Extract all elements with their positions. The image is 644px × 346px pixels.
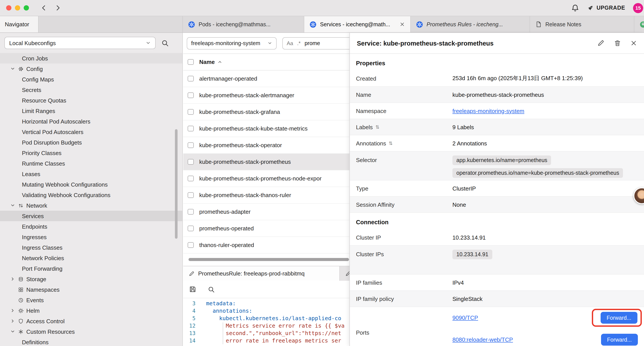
regex-toggle[interactable]: .* [297,40,300,46]
line-number: 12 [183,323,201,329]
editor-tab-prometheusrule[interactable]: PrometheusRule: freeleaps-prod-rabbitmq [183,266,340,281]
sidebar-item-events[interactable]: Events [0,295,182,305]
namespaces-icon [18,287,24,292]
window-minimize-button[interactable] [15,5,20,10]
tab-services-icecheng-math[interactable]: Services - icecheng@math... [304,16,411,32]
forward-button[interactable]: Forward... [601,334,638,346]
sidebar-item-endpoints[interactable]: Endpoints [0,221,182,232]
sidebar-item-port-forwarding[interactable]: Port Forwarding [0,263,182,274]
upgrade-button[interactable]: UPGRADE [587,4,625,11]
detail-row-ip-families: IP familiesIPv4 [350,275,644,291]
row-checkbox[interactable] [188,192,194,198]
sidebar-item-mutating-webhook-configurations[interactable]: Mutating Webhook Configurations [0,179,182,190]
sidebar-item-network-policies[interactable]: Network Policies [0,253,182,263]
rocket-icon [587,4,594,11]
navigator-sidebar: Local Kubeconfigs Cron JobsConfigConfig … [0,33,183,346]
row-checkbox[interactable] [188,209,194,215]
service-detail-panel: Service: kube-prometheus-stack-prometheu… [350,33,644,346]
sidebar-item-ingresses[interactable]: Ingresses [0,232,182,242]
sidebar-scrollbar[interactable] [175,129,178,239]
chevron-down-icon[interactable] [10,66,15,71]
row-checkbox[interactable] [188,109,194,115]
chevron-right-icon[interactable] [10,277,15,281]
sidebar-item-runtime-classes[interactable]: Runtime Classes [0,158,182,169]
port-link[interactable]: 8080:reloader-web/TCP [452,336,513,343]
row-checkbox[interactable] [188,142,194,148]
sidebar-item-secrets[interactable]: Secrets [0,84,182,95]
detail-row-cluster-ips: Cluster IPs10.233.14.91 [350,246,644,275]
gear-icon [18,66,24,72]
sidebar-item-config[interactable]: Config [0,63,182,74]
window-close-button[interactable] [6,5,12,10]
tab-argo-se[interactable]: Argo Se [634,16,644,32]
sidebar-item-priority-classes[interactable]: Priority Classes [0,148,182,158]
row-checkbox[interactable] [188,226,194,232]
detail-row-selector: Selectorapp.kubernetes.io/name=prometheu… [350,152,644,180]
expand-list-icon[interactable]: ⇅ [389,140,392,146]
match-case-toggle[interactable]: Aa [287,40,293,46]
sidebar-item-services[interactable]: Services [0,211,182,221]
horizontal-scrollbar[interactable] [188,258,349,261]
sidebar-item-horizontal-pod-autoscalers[interactable]: Horizontal Pod Autoscalers [0,116,182,127]
clock-icon [18,297,24,303]
close-icon[interactable] [400,21,405,27]
sidebar-item-pod-disruption-budgets[interactable]: Pod Disruption Budgets [0,137,182,148]
tab-prometheus-rules-icecheng[interactable]: Prometheus Rules - icecheng... [411,16,530,32]
chevron-right-icon[interactable] [10,319,15,323]
sidebar-item-ingress-classes[interactable]: Ingress Classes [0,242,182,253]
sidebar-item-custom-resources[interactable]: Custom Resources [0,326,182,337]
search-icon[interactable] [208,286,215,293]
sidebar-item-definitions[interactable]: Definitions [0,337,182,346]
detail-row-namespace: Namespacefreeleaps-monitoring-system [350,103,644,119]
sidebar-item-vertical-pod-autoscalers[interactable]: Vertical Pod Autoscalers [0,127,182,137]
edit-icon[interactable] [597,39,604,47]
forward-button[interactable]: Forward... [600,312,638,324]
select-all-checkbox[interactable] [188,59,194,65]
detail-row-type: TypeClusterIP [350,180,644,197]
tab-bar: Navigator Pods - icecheng@mathmas...Serv… [0,16,644,33]
tab-release-notes[interactable]: Release Notes [530,16,634,32]
column-header-name[interactable]: Name [199,59,215,65]
forward-arrow-icon[interactable] [54,4,62,11]
sidebar-item-leases[interactable]: Leases [0,169,182,179]
sort-ascending-icon[interactable] [218,59,222,64]
chevron-right-icon[interactable] [10,308,15,313]
navigator-panel-header: Navigator [0,16,38,32]
sidebar-item-access-control[interactable]: Access Control [0,316,182,326]
row-checkbox[interactable] [188,242,194,248]
sidebar-item-limit-ranges[interactable]: Limit Ranges [0,106,182,116]
expand-list-icon[interactable]: ⇅ [376,124,380,130]
sidebar-item-cron-jobs[interactable]: Cron Jobs [0,53,182,63]
pencil-icon [188,271,195,277]
row-checkbox[interactable] [188,159,194,165]
row-checkbox[interactable] [188,76,194,82]
row-checkbox[interactable] [188,126,194,132]
trash-icon[interactable] [614,39,621,47]
close-icon[interactable] [630,40,637,46]
row-checkbox[interactable] [188,92,194,98]
row-checkbox[interactable] [188,176,194,182]
chevron-down-icon[interactable] [10,203,15,208]
detail-body: PropertiesCreated253d 16h 6m ago (2025年1… [350,54,644,346]
port-link[interactable]: 9090/TCP [452,315,478,321]
sidebar-item-storage[interactable]: Storage [0,274,182,284]
search-icon[interactable] [161,39,169,47]
sidebar-item-validating-webhook-configurations[interactable]: Validating Webhook Configurations [0,190,182,200]
sidebar-item-namespaces[interactable]: Namespaces [0,284,182,295]
line-number: 14 [183,338,201,344]
kubeconfig-select[interactable]: Local Kubeconfigs [4,37,156,49]
sidebar-item-network[interactable]: Network [0,200,182,211]
notification-badge[interactable]: 15 [633,3,643,13]
sidebar-item-helm[interactable]: Helm [0,305,182,316]
chevron-down-icon[interactable] [10,329,15,334]
back-arrow-icon[interactable] [40,4,47,11]
tab-pods-icecheng-mathmas[interactable]: Pods - icecheng@mathmas... [183,16,304,32]
namespace-link[interactable]: freeleaps-monitoring-system [452,107,524,114]
save-icon[interactable] [189,286,196,293]
window-zoom-button[interactable] [24,5,29,10]
sidebar-item-config-maps[interactable]: Config Maps [0,74,182,84]
namespace-select[interactable]: freeleaps-monitoring-system [187,37,277,49]
sidebar-item-resource-quotas[interactable]: Resource Quotas [0,95,182,106]
service-search-input[interactable]: Aa .* prome [282,37,357,49]
bell-icon[interactable] [571,4,579,12]
